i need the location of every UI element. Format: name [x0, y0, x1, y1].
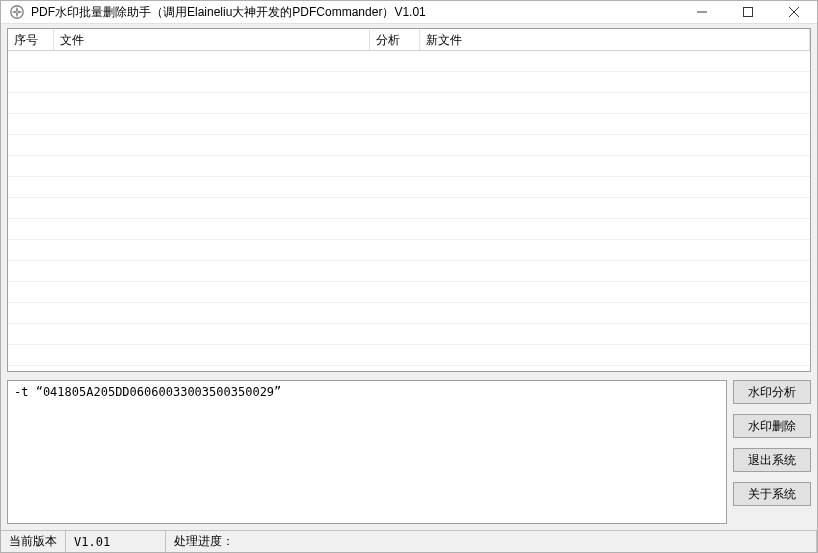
svg-rect-2: [744, 8, 753, 17]
table-row: [8, 219, 810, 240]
table-row: [8, 282, 810, 303]
button-column: 水印分析 水印删除 退出系统 关于系统: [733, 380, 811, 524]
file-grid[interactable]: 序号 文件 分析 新文件: [7, 28, 811, 372]
about-system-button[interactable]: 关于系统: [733, 482, 811, 506]
close-button[interactable]: [771, 1, 817, 23]
table-row: [8, 303, 810, 324]
column-analysis[interactable]: 分析: [370, 29, 420, 50]
table-row: [8, 177, 810, 198]
column-newfile[interactable]: 新文件: [420, 29, 810, 50]
table-row: [8, 198, 810, 219]
table-row: [8, 72, 810, 93]
maximize-button[interactable]: [725, 1, 771, 23]
column-seq[interactable]: 序号: [8, 29, 54, 50]
status-progress-label: 处理进度：: [166, 531, 817, 552]
table-row: [8, 345, 810, 366]
grid-body[interactable]: [8, 51, 810, 372]
status-bar: 当前版本 V1.01 处理进度：: [1, 530, 817, 552]
window-controls: [679, 1, 817, 23]
table-row: [8, 261, 810, 282]
window-title: PDF水印批量删除助手（调用Elaineliu大神开发的PDFCommander…: [31, 4, 679, 21]
table-row: [8, 51, 810, 72]
status-version-label: 当前版本: [1, 531, 66, 552]
column-file[interactable]: 文件: [54, 29, 370, 50]
table-row: [8, 156, 810, 177]
analyze-watermark-button[interactable]: 水印分析: [733, 380, 811, 404]
table-row: [8, 114, 810, 135]
exit-system-button[interactable]: 退出系统: [733, 448, 811, 472]
app-icon: [9, 4, 25, 20]
delete-watermark-button[interactable]: 水印删除: [733, 414, 811, 438]
lower-panel: 水印分析 水印删除 退出系统 关于系统: [7, 380, 811, 524]
table-row: [8, 93, 810, 114]
title-bar: PDF水印批量删除助手（调用Elaineliu大神开发的PDFCommander…: [1, 1, 817, 24]
command-input[interactable]: [7, 380, 727, 524]
client-area: 序号 文件 分析 新文件: [1, 24, 817, 552]
table-row: [8, 324, 810, 345]
status-version-value: V1.01: [66, 531, 166, 552]
table-row: [8, 240, 810, 261]
grid-header: 序号 文件 分析 新文件: [8, 29, 810, 51]
minimize-button[interactable]: [679, 1, 725, 23]
app-window: PDF水印批量删除助手（调用Elaineliu大神开发的PDFCommander…: [0, 0, 818, 553]
table-row: [8, 135, 810, 156]
